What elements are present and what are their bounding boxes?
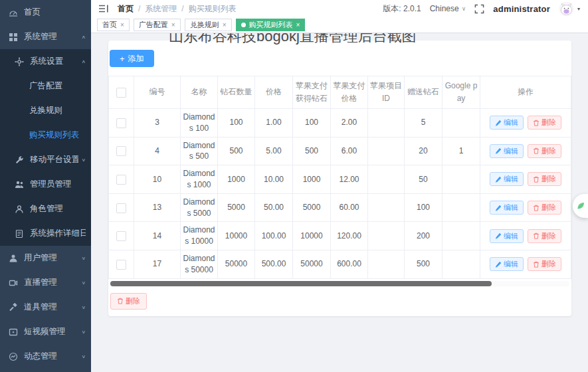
cell-price: 100.00 bbox=[255, 222, 293, 250]
table-row: 10 Diamonds 1000 1000 10.00 1000 12.00 5… bbox=[109, 165, 571, 194]
row-checkbox[interactable] bbox=[116, 118, 126, 128]
batch-actions: 删除 bbox=[110, 293, 571, 310]
user-menu[interactable]: ▾ bbox=[559, 1, 580, 17]
edit-button[interactable]: 编辑 bbox=[490, 257, 524, 271]
cell-gift: 5 bbox=[405, 109, 442, 138]
sidebar-item-label: 用户管理 bbox=[24, 252, 78, 264]
select-all-checkbox[interactable] bbox=[116, 88, 126, 98]
sidebar-item-label: 系统管理 bbox=[24, 31, 78, 43]
cell-google-pay bbox=[442, 165, 480, 194]
delete-button[interactable]: 删除 bbox=[528, 201, 561, 215]
cell-name: Diamonds 10000 bbox=[181, 222, 218, 250]
breadcrumb-system-management[interactable]: 系统管理 bbox=[145, 3, 177, 15]
sidebar-item-admin-management[interactable]: 管理员管理 bbox=[0, 172, 91, 197]
close-icon[interactable]: × bbox=[223, 22, 227, 29]
cell-name: Diamonds 5000 bbox=[181, 193, 218, 222]
close-icon[interactable]: × bbox=[171, 22, 175, 29]
sidebar-item-short-video-management[interactable]: 短视频管理 ∨ bbox=[0, 320, 91, 344]
delete-button[interactable]: 删除 bbox=[528, 172, 561, 186]
tab-label: 兑换规则 bbox=[190, 21, 219, 29]
fullscreen-icon[interactable] bbox=[474, 4, 484, 14]
table-row: 4 Diamonds 500 500 5.00 500 6.00 20 1 编辑… bbox=[109, 137, 571, 165]
tags-view-bar: 首页 × 广告配置 × 兑换规则 × 购买规则列表 × bbox=[91, 17, 588, 33]
edit-button[interactable]: 编辑 bbox=[490, 201, 524, 215]
edit-button[interactable]: 编辑 bbox=[490, 116, 524, 130]
pencil-icon bbox=[495, 261, 502, 268]
horizontal-scrollbar-track[interactable] bbox=[110, 281, 569, 286]
cell-actions: 编辑删除 bbox=[480, 250, 571, 278]
edit-button[interactable]: 编辑 bbox=[490, 144, 524, 158]
cell-price: 500.00 bbox=[255, 250, 293, 278]
live-video-icon bbox=[8, 278, 18, 288]
cell-diamonds: 100 bbox=[218, 109, 255, 138]
edit-button[interactable]: 编辑 bbox=[490, 229, 524, 243]
cell-apple-price: 2.00 bbox=[331, 109, 368, 138]
row-checkbox[interactable] bbox=[116, 260, 126, 270]
cell-apple-id bbox=[368, 250, 405, 278]
person-icon bbox=[14, 204, 24, 214]
breadcrumb-home[interactable]: 首页 bbox=[118, 3, 134, 15]
row-checkbox[interactable] bbox=[116, 231, 126, 241]
close-icon[interactable]: × bbox=[120, 22, 124, 29]
cell-apple-diamonds: 500 bbox=[293, 137, 331, 165]
sidebar-item-role-management[interactable]: 角色管理 bbox=[0, 197, 91, 221]
sidebar-fold-icon[interactable] bbox=[98, 4, 109, 13]
add-button[interactable]: + 添加 bbox=[110, 50, 154, 67]
leaf-icon bbox=[576, 201, 585, 211]
sidebar-item-exchange-rules[interactable]: 兑换规则 bbox=[0, 98, 91, 123]
row-checkbox[interactable] bbox=[116, 203, 126, 213]
trash-icon bbox=[533, 176, 539, 183]
sidebar-submenu-system: 系统设置 ∧ 广告配置 兑换规则 购买规则列表 移动平台设置 ∨ bbox=[0, 49, 91, 246]
cell-id: 3 bbox=[134, 109, 181, 138]
breadcrumb-separator: / bbox=[181, 4, 183, 13]
sidebar-item-system-settings[interactable]: 系统设置 ∧ bbox=[0, 49, 91, 74]
tab-ad-config[interactable]: 广告配置 × bbox=[134, 19, 181, 31]
sidebar-item-feed-management[interactable]: 动态管理 ∨ bbox=[0, 344, 91, 369]
cell-google-pay bbox=[442, 193, 480, 222]
delete-button[interactable]: 删除 bbox=[528, 229, 561, 243]
language-select[interactable]: Chinese ∨ bbox=[430, 4, 466, 13]
cell-apple-id bbox=[368, 165, 405, 194]
sidebar-item-label: 首页 bbox=[24, 7, 86, 18]
trash-icon bbox=[533, 232, 539, 239]
add-button-label: 添加 bbox=[128, 53, 144, 64]
col-header-id: 编号 bbox=[134, 76, 181, 109]
chevron-up-icon: ∧ bbox=[81, 35, 86, 40]
sidebar-item-purchase-rules[interactable]: 购买规则列表 bbox=[0, 123, 91, 147]
sidebar-item-mobile-platform-settings[interactable]: 移动平台设置 ∨ bbox=[0, 147, 91, 172]
pencil-icon bbox=[495, 232, 502, 239]
sidebar-item-home[interactable]: 首页 bbox=[0, 0, 91, 25]
cell-actions: 编辑删除 bbox=[480, 222, 571, 250]
row-checkbox[interactable] bbox=[116, 146, 126, 156]
col-header-price: 价格 bbox=[255, 76, 293, 109]
horizontal-scrollbar-thumb[interactable] bbox=[110, 281, 492, 286]
sidebar-item-ad-config[interactable]: 广告配置 bbox=[0, 74, 91, 98]
delete-button[interactable]: 删除 bbox=[528, 144, 561, 158]
row-checkbox[interactable] bbox=[116, 175, 126, 185]
tab-exchange-rules[interactable]: 兑换规则 × bbox=[185, 19, 232, 31]
sidebar-item-label: 系统设置 bbox=[30, 56, 78, 67]
close-icon[interactable]: × bbox=[296, 22, 300, 29]
table-row: 17 Diamonds 50000 50000 500.00 50000 600… bbox=[109, 250, 571, 278]
tab-purchase-rules-active[interactable]: 购买规则列表 × bbox=[236, 19, 306, 31]
sidebar-item-system-management[interactable]: 系统管理 ∧ bbox=[0, 25, 91, 49]
cell-apple-price: 120.00 bbox=[331, 222, 368, 250]
cell-diamonds: 500 bbox=[218, 137, 255, 165]
cell-diamonds: 1000 bbox=[218, 165, 255, 194]
activity-icon bbox=[8, 351, 18, 361]
sidebar-item-props-management[interactable]: 道具管理 ∨ bbox=[0, 295, 91, 320]
batch-delete-button[interactable]: 删除 bbox=[110, 293, 147, 310]
sidebar-item-user-management[interactable]: 用户管理 ∨ bbox=[0, 246, 91, 270]
chevron-up-icon: ∧ bbox=[81, 59, 86, 64]
edit-button[interactable]: 编辑 bbox=[490, 172, 524, 186]
sidebar-item-live-management[interactable]: 直播管理 ∨ bbox=[0, 270, 91, 295]
delete-button[interactable]: 删除 bbox=[528, 257, 561, 271]
cell-apple-price: 600.00 bbox=[331, 250, 368, 278]
tab-home[interactable]: 首页 × bbox=[97, 19, 130, 31]
admins-icon bbox=[14, 179, 24, 189]
sidebar-item-system-log[interactable]: 系统操作详细日志 bbox=[0, 221, 91, 246]
chevron-down-icon: ∨ bbox=[81, 305, 86, 310]
breadcrumb-separator: / bbox=[138, 4, 140, 13]
delete-button[interactable]: 删除 bbox=[528, 116, 561, 130]
cell-apple-diamonds: 100 bbox=[293, 109, 331, 138]
